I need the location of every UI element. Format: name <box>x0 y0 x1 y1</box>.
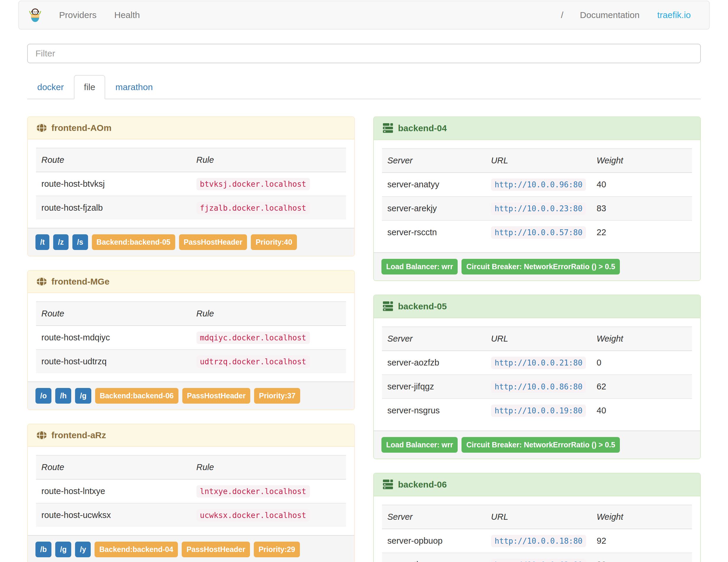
frontend-title: frontend-aRz <box>51 430 106 440</box>
frontend-detail-badge: Backend:backend-04 <box>95 542 178 557</box>
server-row: server-opbuophttp://10.0.0.18:8092 <box>382 529 692 553</box>
filter-input[interactable] <box>27 44 701 63</box>
server-url: http://10.0.0.63:80 <box>491 559 586 562</box>
frontend-detail-badge: Priority:29 <box>254 542 300 557</box>
frontend-detail-badge: Backend:backend-05 <box>92 234 175 250</box>
entrypoint-badge: /z <box>53 234 68 250</box>
backend-card-body: Server URL Weight server-aozfzbhttp://10… <box>374 318 700 431</box>
server-rack-icon <box>382 122 394 134</box>
backend-card: backend-05 Server URL Weight server-aozf… <box>373 295 701 459</box>
frontend-title: frontend-AOm <box>51 123 111 133</box>
nav-item-traefik-io[interactable]: traefik.io <box>649 10 700 20</box>
servers-table-header-row: Server URL Weight <box>382 505 692 529</box>
server-url-link[interactable]: http://10.0.0.21:80 <box>495 358 582 367</box>
rule-cell: mdqiyc.docker.localhost <box>191 326 346 350</box>
weight-cell: 29 <box>591 553 692 562</box>
server-row: server-tksmvohttp://10.0.0.63:8029 <box>382 553 692 562</box>
globe-icon <box>36 122 47 134</box>
weight-cell: 83 <box>591 196 692 220</box>
server-url-link[interactable]: http://10.0.0.18:80 <box>495 537 582 545</box>
backend-card-header: backend-05 <box>374 295 700 318</box>
navbar-left: Providers Health <box>28 8 149 22</box>
frontends-column: frontend-AOm Route Rule route-host-btvks… <box>27 116 355 562</box>
routes-table: Route Rule route-host-btvksjbtvksj.docke… <box>36 148 346 220</box>
column-header-rule: Rule <box>191 302 346 326</box>
route-name-cell: route-host-mdqiyc <box>36 326 191 350</box>
tab-docker[interactable]: docker <box>27 75 74 99</box>
routes-table: Route Rule route-host-lntxyelntxye.docke… <box>36 455 346 527</box>
column-header-weight: Weight <box>591 149 692 173</box>
globe-icon <box>36 430 47 441</box>
traefik-logo <box>28 8 42 22</box>
backend-card-body: Server URL Weight server-opbuophttp://10… <box>374 496 700 562</box>
server-url-link[interactable]: http://10.0.0.23:80 <box>495 204 582 213</box>
frontend-card-header: frontend-MGe <box>28 271 354 293</box>
weight-cell: 62 <box>591 375 692 399</box>
backend-card-header: backend-06 <box>374 473 700 496</box>
route-name-cell: route-host-udtrzq <box>36 350 191 373</box>
weight-cell: 22 <box>591 220 692 244</box>
server-url: http://10.0.0.21:80 <box>491 357 586 369</box>
url-cell: http://10.0.0.96:80 <box>486 173 591 196</box>
nav-item-providers[interactable]: Providers <box>50 10 105 20</box>
frontend-card: frontend-AOm Route Rule route-host-btvks… <box>27 116 355 256</box>
frontend-detail-badge: PassHostHeader <box>182 388 251 404</box>
server-url-link[interactable]: http://10.0.0.96:80 <box>495 180 582 189</box>
route-row: route-host-mdqiycmdqiyc.docker.localhost <box>36 326 346 350</box>
frontend-detail-badge: Priority:40 <box>251 234 297 250</box>
server-url-link[interactable]: http://10.0.0.63:80 <box>495 561 582 562</box>
backend-detail-badge: Load Balancer: wrr <box>381 259 458 274</box>
frontend-card-body: Route Rule route-host-btvksjbtvksj.docke… <box>28 139 354 228</box>
server-rack-icon <box>382 301 394 312</box>
frontend-card-footer: /o/h/gBackend:backend-06PassHostHeaderPr… <box>28 381 354 410</box>
routes-table-header-row: Route Rule <box>36 455 346 479</box>
navbar: Providers Health / Documentation traefik… <box>18 1 710 30</box>
servers-table: Server URL Weight server-anatyyhttp://10… <box>382 148 692 244</box>
server-url: http://10.0.0.23:80 <box>491 202 586 215</box>
provider-tabs: dockerfilemarathon <box>27 75 701 99</box>
routes-table-header-row: Route Rule <box>36 148 346 172</box>
server-name-cell: server-rscctn <box>382 220 486 244</box>
backend-card-footer: Load Balancer: wrrCircuit Breaker: Netwo… <box>374 252 700 280</box>
server-name-cell: server-anatyy <box>382 173 486 196</box>
globe-icon <box>36 276 47 287</box>
url-cell: http://10.0.0.23:80 <box>486 196 591 220</box>
server-url: http://10.0.0.86:80 <box>491 381 586 393</box>
servers-table: Server URL Weight server-opbuophttp://10… <box>382 505 692 562</box>
tab-marathon[interactable]: marathon <box>105 75 163 99</box>
server-name-cell: server-nsgrus <box>382 399 486 422</box>
server-row: server-anatyyhttp://10.0.0.96:8040 <box>382 173 692 196</box>
server-url-link[interactable]: http://10.0.0.86:80 <box>495 382 582 391</box>
frontend-detail-badge: Priority:37 <box>254 388 300 404</box>
nav-item-health[interactable]: Health <box>105 10 149 20</box>
entrypoint-badge: /b <box>35 542 51 557</box>
backend-detail-badge: Load Balancer: wrr <box>381 437 458 453</box>
server-url-link[interactable]: http://10.0.0.57:80 <box>495 228 582 237</box>
route-name-cell: route-host-lntxye <box>36 479 191 503</box>
frontend-card-body: Route Rule route-host-mdqiycmdqiyc.docke… <box>28 293 354 381</box>
route-row: route-host-lntxyelntxye.docker.localhost <box>36 479 346 503</box>
nav-separator: / <box>553 10 571 20</box>
backend-card-header: backend-04 <box>374 117 700 140</box>
rule-cell: fjzalb.docker.localhost <box>191 196 346 220</box>
backends-column: backend-04 Server URL Weight server-anat… <box>373 116 701 562</box>
entrypoint-badge: /g <box>75 388 91 404</box>
column-header-url: URL <box>486 505 591 529</box>
column-header-rule: Rule <box>191 455 346 479</box>
server-url-link[interactable]: http://10.0.0.19:80 <box>495 406 582 415</box>
column-header-url: URL <box>486 327 591 351</box>
backend-card-body: Server URL Weight server-anatyyhttp://10… <box>374 140 700 252</box>
tab-file[interactable]: file <box>74 75 105 99</box>
rule-cell: udtrzq.docker.localhost <box>191 350 346 373</box>
navbar-right: / Documentation traefik.io <box>553 10 700 20</box>
column-header-route: Route <box>36 148 191 172</box>
column-header-weight: Weight <box>591 505 692 529</box>
column-header-route: Route <box>36 302 191 326</box>
main-container: dockerfilemarathon frontend-AOm Route <box>0 30 728 562</box>
frontend-card-header: frontend-aRz <box>28 424 354 447</box>
nav-item-documentation[interactable]: Documentation <box>571 10 649 20</box>
route-row: route-host-fjzalbfjzalb.docker.localhost <box>36 196 346 220</box>
weight-cell: 40 <box>591 399 692 422</box>
route-row: route-host-ucwksxucwksx.docker.localhost <box>36 503 346 527</box>
column-header-route: Route <box>36 455 191 479</box>
